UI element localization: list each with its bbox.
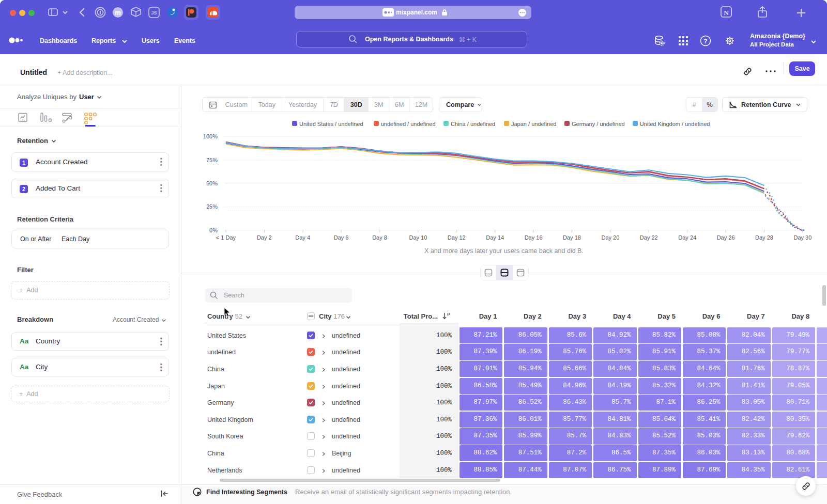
svg-text:25%: 25%: [206, 203, 218, 210]
svg-text:?: ?: [703, 38, 707, 45]
svg-text:N: N: [724, 9, 729, 17]
svg-text:X and more days later your use: X and more days later your users came ba…: [424, 247, 584, 255]
svg-text:Day 12: Day 12: [448, 234, 466, 241]
svg-text:Day 24: Day 24: [678, 234, 696, 241]
svg-text:Day 4: Day 4: [295, 234, 310, 241]
svg-text:Day 14: Day 14: [486, 234, 504, 241]
svg-text:m: m: [115, 9, 121, 17]
svg-text:75%: 75%: [206, 157, 218, 163]
svg-text:Day 16: Day 16: [525, 234, 543, 241]
svg-text:Day 6: Day 6: [334, 234, 349, 241]
svg-text:50%: 50%: [206, 180, 218, 186]
svg-text:< 1 Day: < 1 Day: [216, 234, 236, 241]
svg-text:Day 18: Day 18: [563, 234, 581, 241]
svg-text:Day 8: Day 8: [372, 234, 387, 241]
svg-text:Day 20: Day 20: [601, 234, 619, 241]
svg-text:100%: 100%: [203, 133, 218, 139]
svg-text:Day 10: Day 10: [409, 234, 427, 241]
svg-text:Day 30: Day 30: [793, 234, 811, 241]
svg-text:JS: JS: [151, 10, 157, 15]
svg-text:Day 28: Day 28: [755, 234, 773, 241]
svg-text:Day 26: Day 26: [717, 234, 735, 241]
svg-text:Day 2: Day 2: [257, 234, 272, 241]
svg-text:Day 22: Day 22: [640, 234, 658, 241]
svg-text:0%: 0%: [209, 227, 218, 233]
